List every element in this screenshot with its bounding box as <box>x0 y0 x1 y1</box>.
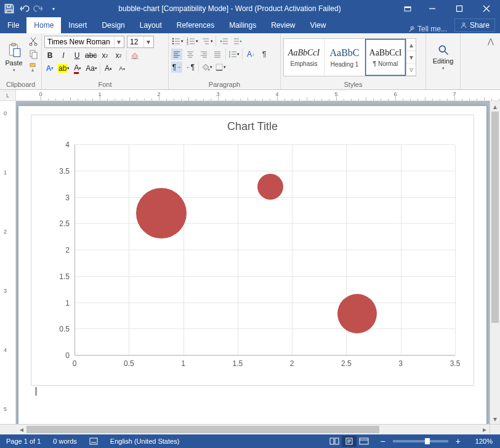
italic-button[interactable]: I <box>58 50 69 61</box>
print-layout-icon[interactable] <box>342 436 357 447</box>
cut-button[interactable] <box>28 36 39 47</box>
scroll-left-icon[interactable]: ◂ <box>16 425 26 434</box>
highlight-button[interactable]: ab▾ <box>58 63 70 74</box>
scroll-down-icon[interactable]: ▾ <box>490 413 500 424</box>
tab-design[interactable]: Design <box>94 17 132 33</box>
style-name: Heading 1 <box>331 61 359 68</box>
gallery-more-icon[interactable]: ▿ <box>406 63 416 76</box>
zoom-thumb[interactable] <box>425 438 430 444</box>
tab-view[interactable]: View <box>303 17 334 33</box>
redo-icon[interactable] <box>33 3 44 14</box>
gallery-up-icon[interactable]: ▴ <box>406 39 416 51</box>
strikethrough-button[interactable]: abc <box>85 50 97 61</box>
group-clipboard: Paste ▾ Clipboard <box>0 33 42 89</box>
status-spellcheck-icon[interactable] <box>83 437 104 446</box>
status-words[interactable]: 0 words <box>47 438 83 445</box>
line-spacing-button[interactable]: ▾ <box>228 49 240 60</box>
group-styles: AaBbCcI Emphasis AaBbC Heading 1 AaBbCcI… <box>281 33 426 89</box>
chevron-down-icon[interactable]: ▾ <box>143 36 152 47</box>
show-hide-button[interactable]: ¶ <box>259 49 270 60</box>
font-name-input[interactable] <box>45 36 114 47</box>
style-normal[interactable]: AaBbCcI ¶ Normal <box>365 39 406 76</box>
collapse-ribbon-icon[interactable]: ⋀ <box>485 36 496 47</box>
scroll-right-icon[interactable]: ▸ <box>479 425 490 434</box>
font-size-combo[interactable]: ▾ <box>127 36 154 48</box>
superscript-button[interactable]: x2 <box>113 50 124 61</box>
close-button[interactable] <box>473 0 500 17</box>
read-mode-icon[interactable] <box>327 436 342 447</box>
ribbon-display-options-icon[interactable] <box>397 0 419 17</box>
format-painter-button[interactable] <box>28 62 39 73</box>
chevron-down-icon[interactable]: ▾ <box>114 36 123 47</box>
save-icon[interactable] <box>4 3 15 14</box>
copy-button[interactable] <box>28 49 39 60</box>
bubble-point[interactable] <box>337 294 377 333</box>
status-language[interactable]: English (United States) <box>104 438 186 445</box>
grow-font-button[interactable]: A▴ <box>103 63 114 74</box>
zoom-slider[interactable] <box>393 440 448 442</box>
tab-references[interactable]: References <box>169 17 222 33</box>
tab-home[interactable]: Home <box>26 17 61 33</box>
align-right-button[interactable] <box>198 49 209 60</box>
justify-button[interactable] <box>212 49 223 60</box>
change-case-button[interactable]: Aa▾ <box>86 63 97 74</box>
svg-rect-22 <box>216 64 222 70</box>
paste-button[interactable]: Paste ▾ <box>2 35 25 80</box>
increase-indent-button[interactable] <box>232 36 243 47</box>
font-color-button[interactable]: A▾ <box>72 63 83 74</box>
text-effects-button[interactable]: A▾ <box>44 63 55 74</box>
chart-object[interactable]: Chart Title 00.511.522.533.5400.511.522.… <box>31 115 474 386</box>
tab-selector[interactable]: L <box>0 90 16 101</box>
qat-customize-icon[interactable]: ▾ <box>48 3 59 14</box>
x-tick-label: 2.5 <box>341 356 352 368</box>
style-heading1[interactable]: AaBbC Heading 1 <box>325 39 365 76</box>
vertical-ruler[interactable]: 012345 <box>0 101 16 424</box>
tell-me-search[interactable]: Tell me... <box>401 25 453 33</box>
subscript-button[interactable]: x2 <box>99 50 110 61</box>
numbering-button[interactable]: 123▾ <box>186 36 198 47</box>
decrease-indent-button[interactable] <box>219 36 230 47</box>
web-layout-icon[interactable] <box>357 436 371 447</box>
sort-button[interactable]: A↓ <box>245 49 256 60</box>
style-emphasis[interactable]: AaBbCcI Emphasis <box>284 39 325 76</box>
underline-button[interactable]: U <box>71 50 83 61</box>
rtl-button[interactable]: ←¶ <box>185 62 196 73</box>
clear-formatting-button[interactable] <box>129 50 140 61</box>
align-center-button[interactable] <box>185 49 196 60</box>
tab-review[interactable]: Review <box>264 17 302 33</box>
x-tick-label: 3 <box>398 356 403 368</box>
horizontal-scrollbar[interactable]: ◂ ▸ <box>16 424 490 434</box>
tab-mailings[interactable]: Mailings <box>222 17 264 33</box>
tab-insert[interactable]: Insert <box>61 17 94 33</box>
document-canvas[interactable]: Chart Title 00.511.522.533.5400.511.522.… <box>16 101 490 424</box>
scroll-up-icon[interactable]: ▴ <box>490 101 500 112</box>
zoom-out-icon[interactable]: − <box>377 436 387 446</box>
zoom-level[interactable]: 120% <box>469 438 500 445</box>
editing-button[interactable]: Editing ▾ <box>430 35 456 80</box>
editing-label: Editing <box>433 57 454 65</box>
minimize-button[interactable] <box>419 0 446 17</box>
bubble-point[interactable] <box>136 188 187 238</box>
align-left-button[interactable] <box>171 49 182 60</box>
font-name-combo[interactable]: ▾ <box>44 36 124 48</box>
vertical-scrollbar[interactable]: ▴ ▾ <box>490 101 500 424</box>
shading-button[interactable]: ▾ <box>201 62 212 73</box>
borders-button[interactable]: ▾ <box>215 62 226 73</box>
maximize-button[interactable] <box>446 0 473 17</box>
share-button[interactable]: Share <box>454 18 495 32</box>
tab-layout[interactable]: Layout <box>132 17 169 33</box>
undo-icon[interactable] <box>18 3 30 14</box>
bold-button[interactable]: B <box>44 50 55 61</box>
bubble-point[interactable] <box>257 174 283 200</box>
multilevel-list-button[interactable]: ▾ <box>201 36 213 47</box>
font-size-input[interactable] <box>127 36 143 47</box>
bullets-button[interactable]: ▾ <box>171 36 183 47</box>
shrink-font-button[interactable]: A▾ <box>116 63 127 74</box>
status-page[interactable]: Page 1 of 1 <box>0 438 47 445</box>
ltr-button[interactable]: ¶→ <box>171 62 182 73</box>
zoom-in-icon[interactable]: + <box>453 436 463 446</box>
style-preview: AaBbC <box>330 47 360 59</box>
tab-file[interactable]: File <box>0 17 26 33</box>
gallery-down-icon[interactable]: ▾ <box>406 51 416 63</box>
horizontal-ruler[interactable]: 01234567 <box>16 90 500 101</box>
